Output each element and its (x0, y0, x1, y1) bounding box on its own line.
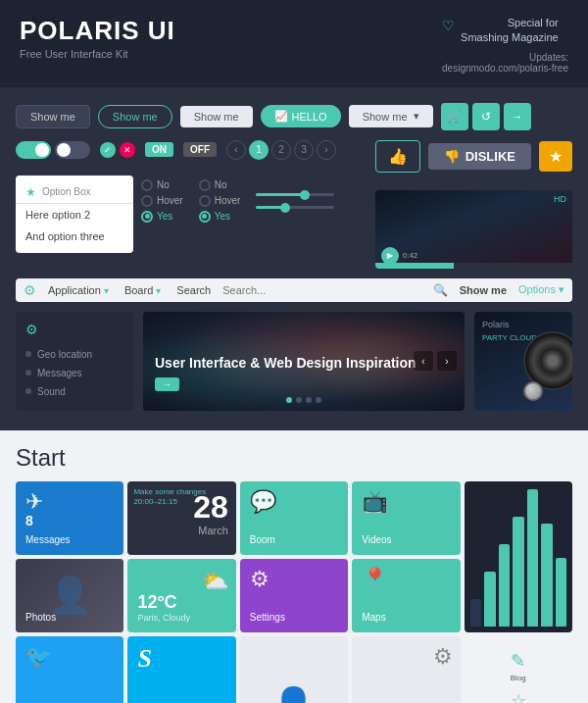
photos-label: Photos (25, 612, 114, 623)
album-status: Polaris (482, 320, 564, 329)
media-player: HD ▶ 0:42 (375, 190, 572, 269)
nav-search-input[interactable] (222, 284, 425, 296)
boom-label: Boom (250, 534, 338, 545)
arrow-icon-button[interactable]: → (504, 103, 531, 130)
radio-no-2: No (199, 179, 241, 191)
settings-geo[interactable]: Geo location (25, 345, 123, 364)
tile-chart[interactable] (465, 481, 572, 632)
refresh-icon-button[interactable]: ↺ (472, 103, 500, 130)
bar-7 (556, 558, 566, 627)
hero-card: User Interface & Web Design Inspiration … (143, 312, 465, 411)
nav-application[interactable]: Application ▾ (44, 282, 113, 298)
nav-show-me[interactable]: Show me (456, 282, 511, 298)
star-icon-item[interactable]: ☆ Star (511, 690, 526, 703)
show-me-button-light[interactable]: Show me (180, 106, 253, 127)
tile-twitter[interactable]: 🐦 Twitter (16, 636, 123, 703)
dot-2[interactable] (296, 397, 302, 403)
step-1[interactable]: 1 (249, 140, 269, 160)
step-next[interactable]: › (317, 140, 336, 160)
start-title: Start (16, 444, 572, 472)
number-stepper: ‹ 1 2 3 › (226, 140, 336, 160)
like-button[interactable]: 👍 (375, 140, 420, 173)
hello-button[interactable]: 📈 HELLO (261, 105, 341, 127)
tile-weather[interactable]: ⛅ 12°C Paris, Cloudy (127, 559, 235, 632)
sliders-col (256, 179, 334, 223)
settings-sound[interactable]: Sound (25, 382, 123, 401)
radio-dot-yes-2[interactable] (199, 211, 211, 223)
dot-1[interactable] (286, 397, 292, 403)
tile-skype[interactable]: S Skype (127, 636, 235, 703)
controls-right: 👍 👎 DISLIKE ★ HD ▶ 0:42 (375, 140, 572, 269)
tile-videos[interactable]: 📺 Videos (352, 481, 460, 555)
bar-5 (527, 489, 538, 627)
side-icons-group: ✎ Blog ☆ Star 🔊 Volume (470, 642, 566, 703)
hero-action-badge[interactable]: → (155, 377, 179, 391)
bar-1 (470, 599, 481, 627)
dot-4[interactable] (316, 397, 321, 403)
step-2[interactable]: 2 (271, 140, 291, 160)
radio-dot-yes-1[interactable] (141, 211, 153, 223)
slider-2[interactable] (256, 206, 334, 209)
hero-prev-btn[interactable]: ‹ (414, 351, 433, 371)
settings-nav-icon[interactable]: ⚙ (24, 282, 36, 298)
toggle-pair-1 (16, 141, 90, 159)
radio-hover-1: Hover (141, 195, 183, 207)
hero-title: User Interface & Web Design Inspiration (155, 354, 416, 372)
slider-1[interactable] (256, 193, 334, 196)
radio-group: No Hover Yes (141, 179, 334, 223)
messages-icon: ✈ (25, 489, 43, 515)
search-icon[interactable]: 🔍 (433, 283, 448, 297)
on-badge[interactable]: ON (145, 142, 173, 157)
nav-board-arrow: ▾ (156, 285, 161, 296)
show-me-select-button[interactable]: Show me ▾ (349, 105, 433, 127)
star-button[interactable]: ★ (539, 141, 572, 172)
tile-calendar[interactable]: Make some changes20:00–21:15 28 March (127, 481, 235, 555)
step-prev[interactable]: ‹ (226, 140, 246, 160)
tile-music[interactable]: 👤 Music (240, 636, 348, 703)
settings-gear-icon: ⚙ (25, 322, 123, 337)
videos-icon: 📺 (362, 489, 388, 515)
tile-settings[interactable]: ⚙ Settings (240, 559, 348, 632)
toggle-off-1[interactable] (55, 141, 90, 159)
settings-messages[interactable]: Messages (25, 364, 123, 382)
toggle-on-1[interactable] (16, 141, 51, 159)
play-button[interactable]: ▶ (381, 247, 399, 265)
sound-dot (25, 388, 31, 394)
show-me-button-dark[interactable]: Show me (16, 105, 90, 128)
radio-dot-hover-2[interactable] (199, 195, 211, 207)
tile-boom[interactable]: 💬 Boom (240, 481, 348, 555)
x-icon[interactable]: ✕ (120, 142, 135, 158)
cart-button-group: 🛒 ↺ → (441, 103, 531, 130)
tile-maps[interactable]: 📍 Maps (352, 559, 460, 632)
heart-icon: ♡ (442, 18, 455, 33)
option-item-1[interactable]: Here option 2 (16, 204, 133, 226)
chevron-down-icon: ▾ (414, 110, 419, 123)
radio-dot-no-2[interactable] (199, 179, 211, 191)
off-badge[interactable]: OFF (183, 142, 217, 157)
tile-messages[interactable]: ✈ 8 Messages (16, 481, 123, 555)
bar-chart (465, 481, 572, 632)
nav-options[interactable]: Options ▾ (518, 283, 564, 296)
radio-dot-hover-1[interactable] (141, 195, 153, 207)
blog-icon-item[interactable]: ✎ Blog (511, 650, 526, 682)
dot-3[interactable] (306, 397, 312, 403)
cart-icon-button[interactable]: 🛒 (441, 103, 468, 130)
step-3[interactable]: 3 (294, 140, 314, 160)
star-icon: ★ (25, 185, 36, 199)
hero-nav-buttons: ‹ › (414, 351, 457, 371)
radio-dot-no-1[interactable] (141, 179, 153, 191)
check-icon[interactable]: ✓ (100, 142, 116, 158)
calendar-date: 28 (193, 489, 228, 526)
settings-label: Settings (250, 612, 338, 623)
dislike-button[interactable]: 👎 DISLIKE (428, 143, 531, 170)
updates-text: Updates: designmodo.com/polaris-free (442, 52, 568, 74)
show-me-button-outline[interactable]: Show me (98, 105, 172, 128)
hero-next-btn[interactable]: › (437, 351, 457, 371)
controls-left: ✓ ✕ ON OFF ‹ 1 2 3 › ★ (16, 140, 366, 253)
nav-board[interactable]: Board ▾ (121, 282, 165, 298)
tile-photos[interactable]: 👤 Photos (16, 559, 123, 632)
media-time: 0:42 (403, 251, 418, 260)
navbar: ⚙ Application ▾ Board ▾ Search 🔍 Show me… (16, 278, 572, 302)
tile-games[interactable]: ⚙ Games (352, 636, 460, 703)
option-item-2[interactable]: And option three (16, 226, 133, 247)
